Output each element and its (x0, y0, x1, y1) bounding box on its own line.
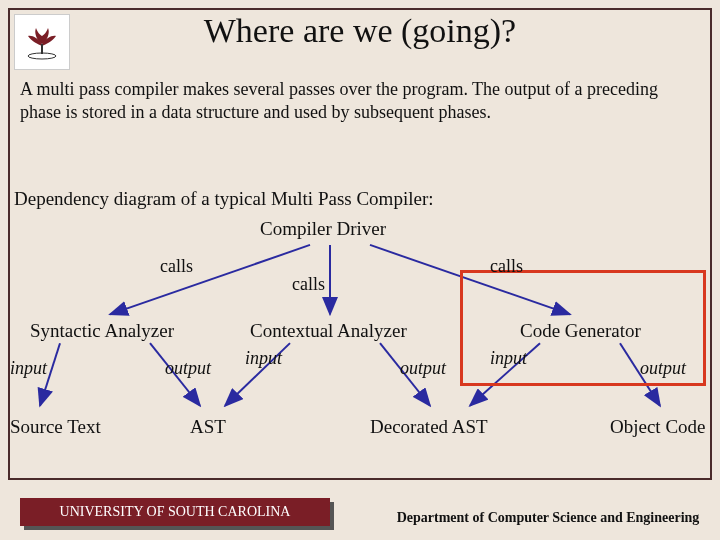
node-contextual-analyzer: Contextual Analyzer (250, 320, 407, 342)
label-calls-right: calls (490, 256, 523, 277)
slide-title: Where are we (going)? (10, 12, 710, 50)
node-ast: AST (190, 416, 226, 438)
node-source-text: Source Text (10, 416, 101, 438)
node-object-code: Object Code (610, 416, 706, 438)
label-input-2: input (245, 348, 282, 369)
label-output-2: output (400, 358, 446, 379)
dependency-heading: Dependency diagram of a typical Multi Pa… (14, 188, 433, 210)
label-input-3: input (490, 348, 527, 369)
node-code-generator: Code Generator (520, 320, 641, 342)
intro-paragraph: A multi pass compiler makes several pass… (20, 78, 700, 123)
label-calls-mid: calls (292, 274, 325, 295)
label-input-1: input (10, 358, 47, 379)
slide-frame: Where are we (going)? A multi pass compi… (8, 8, 712, 480)
label-calls-left: calls (160, 256, 193, 277)
svg-line-2 (110, 245, 310, 314)
node-decorated-ast: Decorated AST (370, 416, 488, 438)
footer-university-bar: UNIVERSITY OF SOUTH CAROLINA (20, 498, 330, 526)
label-output-1: output (165, 358, 211, 379)
node-compiler-driver: Compiler Driver (260, 218, 386, 240)
footer-university-label: UNIVERSITY OF SOUTH CAROLINA (20, 498, 330, 526)
node-syntactic-analyzer: Syntactic Analyzer (30, 320, 174, 342)
footer-department-label: Department of Computer Science and Engin… (388, 510, 708, 526)
label-output-3: output (640, 358, 686, 379)
dependency-diagram: Compiler Driver Syntactic Analyzer Conte… (10, 218, 710, 478)
